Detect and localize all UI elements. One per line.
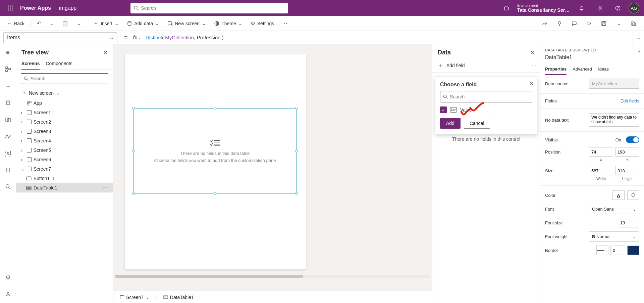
save-icon[interactable] (598, 18, 609, 29)
prop-size-h-input[interactable] (615, 166, 639, 175)
prop-color-fill-chip[interactable] (627, 190, 639, 200)
publish-chevron-icon[interactable]: ⌄ (613, 18, 624, 29)
field-checkbox[interactable]: ✓ (440, 106, 447, 113)
help-icon[interactable] (610, 0, 625, 16)
prop-position-y-input[interactable] (615, 147, 639, 157)
resize-handle[interactable] (295, 107, 298, 110)
resize-handle[interactable] (132, 107, 135, 110)
tree-node-more-icon[interactable]: ⋯ (103, 185, 110, 190)
resize-handle[interactable] (214, 192, 216, 195)
chevron-down-icon[interactable]: ⌄ (21, 166, 25, 172)
info-icon[interactable]: i (591, 48, 596, 52)
share-icon[interactable] (539, 18, 550, 29)
tab-ideas[interactable]: Ideas (598, 64, 609, 75)
rail-hamburger-icon[interactable]: ≡ (3, 47, 13, 58)
tree-datatable-node[interactable]: DataTable1 ⋯ (16, 183, 113, 192)
add-data-button[interactable]: Add data ⌄ (123, 18, 163, 29)
resize-handle[interactable] (295, 149, 298, 152)
rail-tools-icon[interactable] (3, 165, 13, 175)
tab-advanced[interactable]: Advanced (573, 64, 592, 75)
comments-icon[interactable] (569, 18, 580, 29)
rail-variables-icon[interactable]: (x) (3, 148, 13, 159)
rail-media-icon[interactable] (3, 114, 13, 125)
rail-insert-icon[interactable]: ＋ (3, 81, 13, 91)
rail-settings-icon[interactable]: ⚙ (3, 272, 13, 283)
settings-button[interactable]: ⚙ Settings (247, 18, 278, 29)
tree-screen-node[interactable]: ›Screen4 (16, 136, 113, 145)
rail-data-icon[interactable] (3, 97, 13, 108)
tree-screen-node[interactable]: ⌄Screen7 (16, 164, 113, 174)
rail-tree-icon[interactable] (3, 64, 13, 75)
rail-search-icon[interactable] (3, 181, 13, 192)
global-search-input[interactable] (141, 5, 285, 11)
popup-search[interactable] (440, 91, 532, 102)
resize-handle[interactable] (132, 149, 135, 152)
tree-button-node[interactable]: Button1_1 (16, 174, 113, 183)
popup-close-button[interactable]: ✕ (529, 80, 534, 87)
tree-app-node[interactable]: App (16, 98, 113, 108)
back-button[interactable]: ← Back (3, 18, 28, 29)
tree-close-button[interactable]: ✕ (103, 49, 108, 56)
rail-flows-icon[interactable] (3, 131, 13, 142)
paste-split-chevron[interactable]: ⌄ (73, 18, 84, 29)
tree-screen-node[interactable]: ›Screen2 (16, 117, 113, 127)
selected-datatable[interactable]: There are no fields in this data table C… (133, 108, 297, 193)
paste-button[interactable]: 📋 (58, 18, 72, 29)
formula-input[interactable]: Distinct( MyCollection, Profession ) (143, 33, 633, 42)
prop-border-style[interactable]: ⌄ (596, 246, 608, 255)
data-pane-more-icon[interactable]: ⋯ (531, 62, 537, 68)
formula-expand-button[interactable]: ⌄ (633, 31, 644, 44)
tree-search[interactable] (21, 73, 108, 84)
app-checker-icon[interactable] (554, 18, 565, 29)
tree-screen-node[interactable]: ›Screen3 (16, 127, 113, 136)
prop-data-source-select[interactable]: MyCollection ⌄ (589, 79, 639, 89)
tree-screen-node[interactable]: ›Screen5 (16, 145, 113, 155)
tab-properties[interactable]: Properties (545, 64, 567, 75)
undo-button[interactable]: ↶ (34, 18, 45, 29)
prop-border-color-chip[interactable] (627, 246, 639, 255)
settings-gear-icon[interactable] (592, 0, 607, 16)
resize-handle[interactable] (132, 192, 135, 195)
app-launcher-icon[interactable] (3, 5, 19, 11)
tree-screen-node[interactable]: ›Screen6 (16, 155, 113, 164)
tab-screens[interactable]: Screens (21, 58, 40, 70)
environment-picker[interactable]: Environment Tata Consultancy Servic… (517, 3, 571, 13)
environment-icon[interactable] (499, 0, 514, 16)
notifications-icon[interactable] (574, 0, 589, 16)
chevron-right-icon[interactable]: › (21, 129, 25, 134)
data-pane-close-button[interactable]: ✕ (530, 49, 535, 56)
resize-handle[interactable] (214, 107, 216, 110)
tab-components[interactable]: Components (46, 58, 72, 70)
prop-fontweight-select[interactable]: B Normal ⌄ (589, 231, 639, 242)
edit-fields-link[interactable]: Edit fields (621, 98, 639, 103)
tree-search-input[interactable] (31, 76, 105, 81)
add-field-button[interactable]: ＋ Add field (432, 59, 540, 73)
breadcrumb-screen[interactable]: Screen7 ⌄ (117, 293, 152, 301)
chevron-right-icon[interactable]: › (21, 147, 25, 153)
resize-handle[interactable] (295, 192, 298, 195)
popup-cancel-button[interactable]: Cancel (464, 118, 490, 129)
chevron-right-icon[interactable]: › (21, 157, 25, 162)
account-avatar[interactable]: AG (629, 3, 639, 13)
chevron-right-icon[interactable]: › (21, 138, 25, 143)
preview-play-icon[interactable] (584, 18, 594, 29)
chevron-right-icon[interactable]: › (21, 119, 25, 125)
prop-border-width-input[interactable] (610, 246, 625, 255)
prop-size-w-input[interactable] (589, 166, 613, 175)
theme-button[interactable]: Theme ⌄ (211, 18, 246, 29)
control-name[interactable]: DataTable1 (545, 54, 639, 60)
tree-screen-node[interactable]: ›Screen1 (16, 108, 113, 117)
insert-button[interactable]: ＋ Insert ⌄ (90, 18, 122, 29)
undo-split-chevron[interactable]: ⌄ (46, 18, 57, 29)
property-selector[interactable]: Items ⌄ (3, 32, 117, 43)
prop-font-select[interactable]: Open Sans ⌄ (589, 204, 639, 214)
canvas-hscrollbar[interactable] (115, 274, 430, 279)
field-option-row[interactable]: ✓ Abc Value (440, 106, 532, 113)
fx-label[interactable]: fx⌄ (133, 35, 141, 41)
publish-icon[interactable] (628, 18, 639, 29)
prop-visible-toggle[interactable] (626, 136, 639, 143)
breadcrumb-control[interactable]: DataTable1 (161, 293, 197, 301)
rail-virtual-agent-icon[interactable] (3, 289, 13, 300)
prop-fontsize-input[interactable] (618, 218, 639, 227)
popup-search-input[interactable] (450, 94, 529, 99)
